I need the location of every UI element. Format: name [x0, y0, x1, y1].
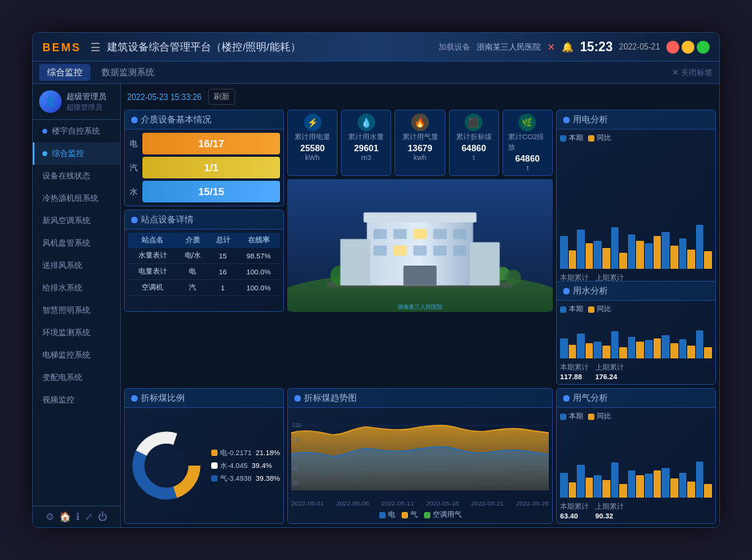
sidebar-item-status[interactable]: 设备在线状态: [33, 165, 120, 187]
stat-water-value: 29601: [354, 143, 379, 153]
info-icon[interactable]: ℹ: [76, 511, 80, 522]
svg-rect-16: [414, 246, 427, 255]
gas-this-period: 本期累计 63.40: [560, 502, 589, 520]
bar-compare: [619, 347, 627, 358]
water-this-value: 117.88: [560, 373, 589, 381]
ratio-label-3: 气-3.4938: [220, 474, 252, 484]
col-medium: 介质: [177, 233, 209, 248]
bar-group: [662, 335, 678, 358]
water-last-label: 上期累计: [595, 362, 624, 373]
equip-row-water: 水 15/15: [128, 181, 280, 202]
bar-compare: [704, 484, 712, 498]
bar-this: [560, 236, 568, 269]
tab-monitor[interactable]: 综合监控: [39, 64, 90, 81]
settings-icon[interactable]: ⚙: [46, 511, 54, 522]
sidebar-item-environment[interactable]: 环境监测系统: [33, 322, 120, 344]
water-legend-this-label: 本期: [569, 304, 583, 314]
svg-rect-13: [454, 229, 467, 238]
bar-group: [696, 330, 712, 358]
ratio-pct-2: 39.4%: [251, 462, 272, 470]
gas-legend-this: 本期: [560, 411, 583, 422]
gas-last-label: 上期累计: [595, 502, 624, 512]
equip-box-gas[interactable]: 1/1: [142, 157, 280, 178]
stat-gas-value: 13679: [408, 143, 433, 153]
gas-dot-this: [560, 414, 566, 420]
bell-icon[interactable]: 🔔: [562, 42, 574, 53]
equip-box-water[interactable]: 15/15: [142, 181, 280, 202]
panel-dot: [131, 117, 138, 123]
energy-legend: 本期 同比: [560, 133, 712, 143]
refresh-btn[interactable]: 刷新: [208, 89, 235, 105]
tab-data[interactable]: 数据监测系统: [94, 64, 162, 81]
energy-chart-area: [560, 146, 712, 270]
stat-water: 💧 累计用水量 29601 m3: [341, 110, 391, 176]
trend-dot: [294, 395, 301, 402]
home-icon[interactable]: 🏠: [59, 511, 71, 522]
stat-electricity: ⚡ 累计用电量 25580 kWh: [287, 110, 338, 176]
close-btn[interactable]: [666, 41, 679, 54]
sidebar-item-fancoil[interactable]: 风机盘管系统: [33, 232, 120, 254]
equipment-panel: 介质设备基本情况 电 16/17 汽 1/1: [124, 110, 284, 206]
bems-logo: BEMS: [42, 41, 81, 54]
expand-icon[interactable]: ⤢: [85, 511, 93, 522]
bar-group: [628, 337, 644, 358]
gas-legend-this-label: 本期: [569, 411, 583, 422]
ratio-dot: [131, 395, 138, 402]
bar-group: [645, 236, 661, 269]
page-title: 建筑设备综合管理平台（楼控/照明/能耗）: [107, 40, 438, 54]
equipment-panel-header: 介质设备基本情况: [125, 110, 283, 130]
bar-compare: [569, 482, 577, 498]
ratio-panel-header: 折标煤比例: [125, 389, 283, 408]
bar-this: [611, 462, 619, 498]
sidebar-item-hvac[interactable]: 冷热源机组系统: [33, 187, 120, 210]
ratio-label-2: 水-4.045: [220, 461, 248, 471]
trend-legend-gas: 气: [402, 510, 418, 520]
stat-coal: ⬛ 累计折标煤 64860 t: [449, 110, 499, 176]
bar-group: [628, 234, 644, 269]
trend-legend-ac-label: 空调用气: [433, 510, 462, 520]
sidebar-item-lighting[interactable]: 智慧照明系统: [33, 299, 120, 322]
content-area: 2022-05-23 15:33:26 刷新 介质设备基本情况: [121, 84, 719, 527]
sidebar-item-elevator[interactable]: 电梯监控系统: [33, 344, 120, 366]
svg-text:210: 210: [293, 422, 302, 427]
main-layout: 👤 超级管理员 超级管理员 楼宇自控系统 综合监控 设备在线状态: [33, 84, 719, 527]
water-last-period: 上期累计 176.24: [595, 362, 624, 381]
bar-compare: [670, 343, 678, 358]
sidebar-item-power[interactable]: 变配电系统: [33, 366, 120, 389]
bar-compare: [569, 250, 577, 269]
sidebar-item-ventilation[interactable]: 送排风系统: [33, 254, 120, 277]
equip-box-electric[interactable]: 16/17: [142, 133, 280, 154]
building-image: 浙南某三人民医院: [287, 179, 553, 312]
svg-rect-22: [403, 266, 437, 286]
menu-icon[interactable]: ☰: [90, 41, 101, 54]
x-label-3: 2022-05-11: [381, 500, 414, 507]
legend-this-label: 本期: [569, 133, 583, 143]
close-tab-icon[interactable]: ✕ 关闭标签: [672, 67, 713, 78]
trend-dot-elec: [379, 512, 386, 518]
station-panel-header: 站点设备详情: [125, 210, 283, 230]
minimize-btn[interactable]: [682, 41, 694, 54]
user-role: 超级管理员: [66, 102, 106, 113]
sidebar-item-aircon[interactable]: 新风空调系统: [33, 210, 120, 232]
sidebar-footer: ⚙ 🏠 ℹ ⤢ ⏻: [33, 506, 120, 527]
maximize-btn[interactable]: [697, 41, 710, 54]
row1-rate: 98.57%: [238, 248, 280, 264]
gas-legend-compare: 同比: [588, 411, 611, 422]
sidebar-item-drainage[interactable]: 给排水系统: [33, 277, 120, 299]
sidebar-item-video[interactable]: 视频监控: [33, 389, 120, 411]
sidebar-nav: 楼宇自控系统 综合监控 设备在线状态 冷热源机组系统 新风空调系统 风机盘管系统: [33, 120, 120, 506]
bar-group: [594, 475, 610, 498]
svg-text:90: 90: [293, 465, 298, 470]
power-icon[interactable]: ⏻: [98, 511, 107, 522]
sidebar: 👤 超级管理员 超级管理员 楼宇自控系统 综合监控 设备在线状态: [33, 84, 121, 527]
close-icon[interactable]: ✕: [547, 42, 555, 53]
ratio-legend: 电-0.2171 21.18% 水-4.045 39.4% 气-3.4938: [211, 448, 280, 484]
bar-compare: [687, 346, 695, 358]
sidebar-item-building[interactable]: 楼宇自控系统: [33, 120, 120, 142]
gas-last-period: 上期累计 90.32: [595, 502, 624, 520]
avatar: 👤: [39, 90, 62, 113]
svg-rect-21: [470, 242, 499, 286]
ratio-label-1: 电-0.2171: [220, 448, 252, 458]
sidebar-item-monitor[interactable]: 综合监控: [33, 142, 120, 165]
bar-compare: [636, 241, 644, 269]
